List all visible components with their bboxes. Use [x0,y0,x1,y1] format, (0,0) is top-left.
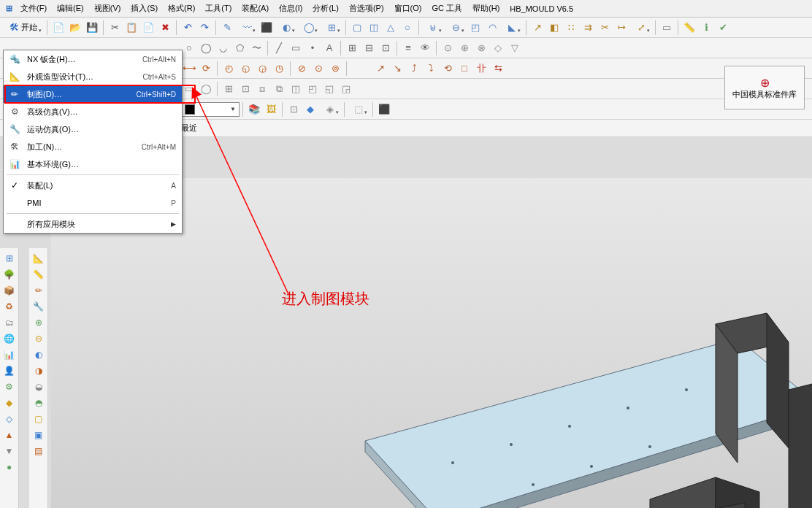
sel3-icon[interactable]: ⊞ [221,81,237,97]
sel6-icon[interactable]: ⧉ [271,81,287,97]
view1-icon[interactable]: ⊞ [344,40,360,56]
menu-info[interactable]: 信息(I) [275,1,307,15]
save-icon[interactable]: 💾 [84,20,100,36]
y8-icon[interactable]: ◑ [31,363,46,378]
chamfer-icon[interactable]: ◣ [501,20,523,36]
x4-icon[interactable]: ▼ [2,444,17,458]
shell-icon[interactable]: ◰ [467,20,483,36]
dim-linear-icon[interactable]: ⟷ [181,61,197,77]
snap4-icon[interactable]: ◇ [490,40,506,56]
circle-icon[interactable]: ○ [181,40,197,56]
cst2-icon[interactable]: ◵ [237,61,253,77]
visibility-icon[interactable]: 👁 [417,40,433,56]
subtract-icon[interactable]: ⊖ [445,20,467,36]
web-icon[interactable]: 🌐 [2,331,17,346]
y9-icon[interactable]: ◒ [31,380,46,394]
offset-icon[interactable]: ⇉ [580,20,596,36]
line-icon[interactable]: ╱ [271,40,287,56]
y5-icon[interactable]: ⊕ [31,315,46,330]
block-icon[interactable]: ▢ [349,20,365,36]
role-icon[interactable]: 👤 [2,363,17,378]
revolve-icon[interactable]: ◐ [275,20,297,36]
view3-icon[interactable]: ⊡ [378,40,394,56]
trim-icon[interactable]: ✂ [597,20,613,36]
cylinder-icon[interactable]: ◫ [366,20,382,36]
cst6-icon[interactable]: ⊙ [310,61,326,77]
text-icon[interactable]: A [321,40,337,56]
menu-adv-sim[interactable]: ⚙ 高级仿真(V)… [4,103,182,120]
unite-icon[interactable]: ⊎ [422,20,444,36]
snap2-icon[interactable]: ⊕ [456,40,472,56]
extend-icon[interactable]: ↦ [613,20,629,36]
y7-icon[interactable]: ◐ [31,347,46,362]
delete-icon[interactable]: ✖ [157,20,173,36]
menu-all-applications[interactable]: 所有应用模块 ▶ [4,215,182,233]
start-button[interactable]: 🛠 开始 [3,20,44,36]
layer-icon[interactable]: 📚 [246,101,262,118]
sel9-icon[interactable]: ◱ [321,81,337,97]
sel7-icon[interactable]: ◫ [288,81,304,97]
info-icon[interactable]: ℹ [698,20,714,36]
menu-window[interactable]: 窗口(O) [390,1,426,15]
y4-icon[interactable]: 🔧 [31,299,46,314]
menu-shape-studio[interactable]: 📐 外观造型设计(T)… Ctrl+Alt+S [4,68,182,85]
sel1-icon[interactable]: ▭ [181,81,197,97]
history-icon[interactable]: 🗂 [2,315,17,330]
menu-gctools[interactable]: GC 工具 [427,1,467,15]
menu-assembly[interactable]: 装配(A) [237,1,273,15]
snap3-icon[interactable]: ⊗ [473,40,489,56]
cube-icon[interactable]: ⬛ [376,101,392,118]
display-icon[interactable]: 🖼 [263,101,279,118]
menu-drafting[interactable]: ✏ 制图(D)… Ctrl+Shift+D [4,85,182,103]
draft1-icon[interactable]: ↗ [372,61,388,77]
ellipse-icon[interactable]: ◯ [198,40,214,56]
sys-icon[interactable]: ⚙ [2,380,17,394]
color-combo[interactable]: ▼ [181,102,240,117]
curve-icon[interactable]: 〰 [236,20,258,36]
array-icon[interactable]: ∷ [563,20,579,36]
point-icon[interactable]: • [304,40,321,56]
mirror-icon[interactable]: ◧ [546,20,562,36]
cut-icon[interactable]: ✂ [107,20,123,36]
dim-radial-icon[interactable]: ⟳ [198,61,214,77]
undo-icon[interactable]: ↶ [180,20,196,36]
cst5-icon[interactable]: ⊘ [294,61,310,77]
sel2-icon[interactable]: ◯ [198,81,214,97]
blend-icon[interactable]: ◠ [484,20,500,36]
draft3-icon[interactable]: ⤴ [406,61,422,77]
y1-icon[interactable]: 📐 [31,251,46,266]
menu-format[interactable]: 格式(R) [164,1,199,15]
draft8-icon[interactable]: ⇆ [490,61,506,77]
menu-file[interactable]: 文件(F) [16,1,51,15]
sel8-icon[interactable]: ◰ [304,81,321,97]
paste-icon[interactable]: 📄 [140,20,156,36]
polygon-icon[interactable]: ⬠ [231,40,248,56]
sketch-icon[interactable]: ✎ [219,20,235,36]
y13-icon[interactable]: ▤ [31,444,46,458]
datum-plane-icon[interactable]: ▭ [659,20,675,36]
open-icon[interactable]: 📂 [67,20,83,36]
nav-icon[interactable]: ⊞ [2,251,17,266]
menu-hbmould[interactable]: HB_MOULD V6.5 [505,3,578,15]
menu-gateway[interactable]: 📊 基本环境(G)… [4,155,182,173]
pattern-icon[interactable]: ⊞ [321,20,342,36]
menu-pmi-toggle[interactable]: PMI P [4,194,182,212]
cst3-icon[interactable]: ◶ [254,61,270,77]
check-icon[interactable]: ✔ [715,20,731,36]
y10-icon[interactable]: ◓ [31,396,46,410]
menu-help[interactable]: 帮助(H) [468,1,504,15]
draft7-icon[interactable]: 卝 [473,61,489,77]
x1-icon[interactable]: ◆ [2,396,17,410]
snap1-icon[interactable]: ⊙ [440,40,456,56]
cst7-icon[interactable]: ⊚ [327,61,343,77]
snap5-icon[interactable]: ▽ [507,40,523,56]
shade-icon[interactable]: ◆ [302,101,318,118]
x5-icon[interactable]: ● [2,460,17,474]
asm-nav-icon[interactable]: 📦 [2,283,17,298]
spline-icon[interactable]: 〜 [248,40,264,56]
y12-icon[interactable]: ▣ [31,428,46,442]
cone-icon[interactable]: △ [383,20,399,36]
menu-insert[interactable]: 插入(S) [126,1,162,15]
menu-analysis[interactable]: 分析(L) [308,1,342,15]
sel10-icon[interactable]: ◲ [338,81,354,97]
